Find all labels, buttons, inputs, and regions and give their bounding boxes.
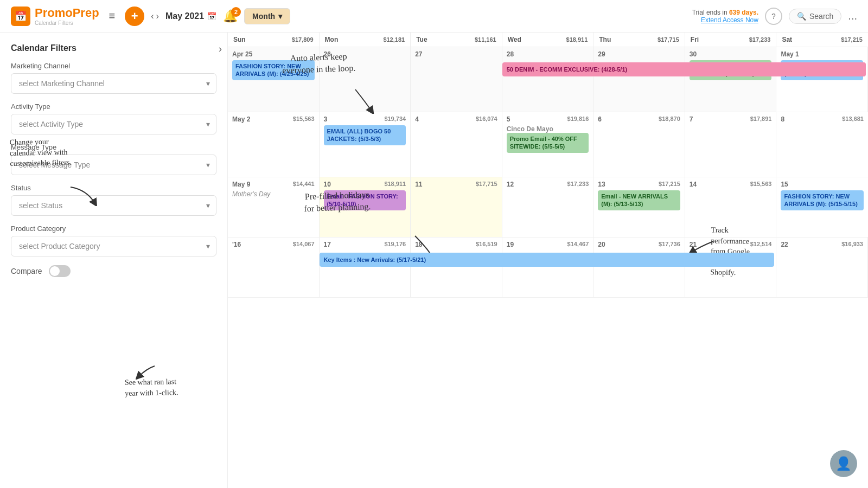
logo-text: PromoPrep	[35, 6, 99, 20]
help-button[interactable]: ?	[765, 8, 782, 25]
cell-may15: 15 FASHION STORY: NEW ARRIVALS (M): (5/1…	[776, 177, 868, 237]
marketing-channel-label: Marketing Channel	[11, 62, 216, 70]
hamburger-button[interactable]: ≡	[109, 10, 116, 22]
cell-apr28: 28	[502, 47, 594, 112]
day-header-fri: Fri $17,233	[685, 33, 777, 47]
cell-may12: 12 $17,233	[502, 177, 594, 237]
cell-apr26: 26	[320, 47, 411, 112]
day-header-wed: Wed $18,911	[502, 33, 594, 47]
activity-type-wrapper[interactable]: select Activity Type	[11, 114, 216, 134]
marketing-channel-wrapper[interactable]: select Marketing Channel	[11, 73, 216, 94]
event-denim-ecomm[interactable]: 50 DENIM - ECOMM EXCLUSIVE: (4/28-5/1)	[502, 62, 866, 76]
cell-may14: 14 $15,563	[685, 177, 777, 237]
logo-promo: Promo	[35, 6, 73, 20]
chevron-down-icon: ▾	[278, 12, 282, 21]
message-type-label: Message Type	[11, 143, 216, 151]
week-1: Apr 25 FASHION STORY: NEW ARRIVALS (M): …	[228, 47, 868, 112]
extend-link[interactable]: Extend Access Now	[701, 16, 758, 24]
cell-may22: 22 $16,933	[776, 237, 868, 297]
week-4: '16 $14,067 17 $19,176 18 $16,519	[228, 237, 868, 298]
cell-apr25: Apr 25 FASHION STORY: NEW ARRIVALS (M): …	[228, 47, 320, 112]
cell-may19: 19 $14,467	[502, 237, 594, 297]
logo-prep: Prep	[73, 6, 99, 20]
compare-row: Compare	[11, 265, 216, 277]
cell-may3: 3 $19,734 EMAIL (ALL) BOGO 50 JACKETS: (…	[320, 112, 411, 177]
cell-apr29: 29	[593, 47, 685, 112]
logo-text-area: PromoPrep Calendar Filters	[35, 6, 99, 26]
logo-icon: 📅	[11, 7, 30, 26]
cell-may13: 13 $17,215 Email - NEW ARRIVALS (M): (5/…	[593, 177, 685, 237]
cell-may10: 10 $18,911 Email - FASHION STORY: (5/10-…	[320, 177, 411, 237]
event-promo-email-may5[interactable]: Promo Email - 40% OFF SITEWIDE: (5/5-5/5…	[507, 133, 589, 153]
day-header-sun: Sun $17,809	[228, 33, 320, 47]
message-type-wrapper[interactable]: select Message Type	[11, 155, 216, 175]
week-2: May 2 $15,563 3 $19,734 EMAIL (ALL) BOGO…	[228, 112, 868, 177]
cell-apr27: 27	[411, 47, 502, 112]
bell-badge: 2	[231, 7, 241, 17]
avatar[interactable]: 👤	[830, 450, 857, 477]
cell-may5: 5 $19,816 Cinco De Mayo Promo Email - 40…	[502, 112, 594, 177]
activity-type-select[interactable]: select Activity Type	[11, 114, 216, 134]
calendar-icon: 📅	[207, 12, 216, 21]
search-icon: 🔍	[797, 12, 806, 21]
nav-next-button[interactable]: ›	[156, 11, 159, 21]
event-fashion-story[interactable]: FASHION STORY: NEW ARRIVALS (M): (4/25-4…	[232, 60, 315, 80]
cell-may20: 20 $17,736	[593, 237, 685, 297]
cell-may2: May 2 $15,563	[228, 112, 320, 177]
cell-may9: May 9 $14,441 Mother's Day	[228, 177, 320, 237]
sidebar: › Calendar Filters Marketing Channel sel…	[0, 33, 228, 488]
cell-may1: May 1 Key Items : New Arrivals: (5/1-5/1…	[776, 47, 868, 112]
status-label: Status	[11, 184, 216, 192]
logo-area: 📅 PromoPrep Calendar Filters	[11, 6, 99, 26]
month-dropdown[interactable]: Month ▾	[244, 8, 290, 24]
cell-may4: 4 $16,074	[411, 112, 502, 177]
sidebar-toggle[interactable]: ›	[219, 43, 222, 55]
search-box[interactable]: 🔍 Search	[789, 9, 841, 24]
marketing-channel-group: Marketing Channel select Marketing Chann…	[11, 62, 216, 94]
compare-toggle[interactable]	[49, 265, 71, 277]
event-fashion-story-15[interactable]: FASHION STORY: NEW ARRIVALS (M): (5/15-5…	[781, 190, 864, 210]
product-category-group: Product Category select Product Category	[11, 224, 216, 256]
cell-may21: 21 $12,514	[685, 237, 777, 297]
cell-may8: 8 $13,681	[776, 112, 868, 177]
event-email-new-arrivals[interactable]: Email - NEW ARRIVALS (M): (5/13-5/13)	[598, 190, 680, 210]
day-header-mon: Mon $12,181	[320, 33, 411, 47]
day-header-thu: Thu $17,715	[593, 33, 685, 47]
bell-wrapper: 🔔 2	[223, 9, 238, 23]
event-email-fashion[interactable]: Email - FASHION STORY: (5/10-5/10)	[324, 190, 406, 210]
month-year-label: May 2021 📅	[165, 11, 216, 21]
calendar-header-row: Sun $17,809 Mon $12,181 Tue $11,161 Wed …	[228, 33, 868, 47]
activity-type-group: Activity Type select Activity Type	[11, 102, 216, 134]
message-type-group: Message Type select Message Type	[11, 143, 216, 175]
status-wrapper[interactable]: select Status	[11, 195, 216, 216]
cell-apr30: 30 Promo Email - 30% OFF SITEWIDE: (4/30…	[685, 47, 777, 112]
more-options-button[interactable]: ...	[848, 10, 857, 22]
event-email-bogo[interactable]: EMAIL (ALL) BOGO 50 JACKETS: (5/3-5/3)	[324, 125, 406, 145]
week-3: May 9 $14,441 Mother's Day 10 $18,911 Em…	[228, 177, 868, 237]
logo-sub: Calendar Filters	[35, 20, 99, 26]
compare-label: Compare	[11, 267, 42, 275]
nav-prev-button[interactable]: ‹	[151, 11, 154, 21]
status-select[interactable]: select Status	[11, 195, 216, 216]
product-category-wrapper[interactable]: select Product Category	[11, 236, 216, 256]
product-category-select[interactable]: select Product Category	[11, 236, 216, 256]
main-layout: › Calendar Filters Marketing Channel sel…	[0, 33, 868, 488]
cell-may6: 6 $18,870	[593, 112, 685, 177]
activity-type-label: Activity Type	[11, 102, 216, 111]
nav-arrows: ‹ ›	[151, 11, 159, 21]
event-key-items-17[interactable]: Key Items : New Arrivals: (5/17-5/21)	[320, 253, 775, 267]
cell-may7: 7 $17,891	[685, 112, 777, 177]
header: 📅 PromoPrep Calendar Filters ≡ + ‹ › May…	[0, 0, 868, 33]
cell-may18: 18 $16,519	[411, 237, 502, 297]
add-button[interactable]: +	[125, 7, 144, 26]
cell-may17: 17 $19,176	[320, 237, 411, 297]
marketing-channel-select[interactable]: select Marketing Channel	[11, 73, 216, 94]
trial-info: Trial ends in 639 days. Extend Access No…	[692, 9, 758, 24]
day-header-tue: Tue $11,161	[411, 33, 502, 47]
cell-may11: 11 $17,715	[411, 177, 502, 237]
holiday-cinco: Cinco De Mayo	[507, 125, 589, 133]
trial-text: Trial ends in 639 days.	[692, 9, 758, 16]
cell-may16: '16 $14,067	[228, 237, 320, 297]
calendar-area: Sun $17,809 Mon $12,181 Tue $11,161 Wed …	[228, 33, 868, 488]
message-type-select[interactable]: select Message Type	[11, 155, 216, 175]
